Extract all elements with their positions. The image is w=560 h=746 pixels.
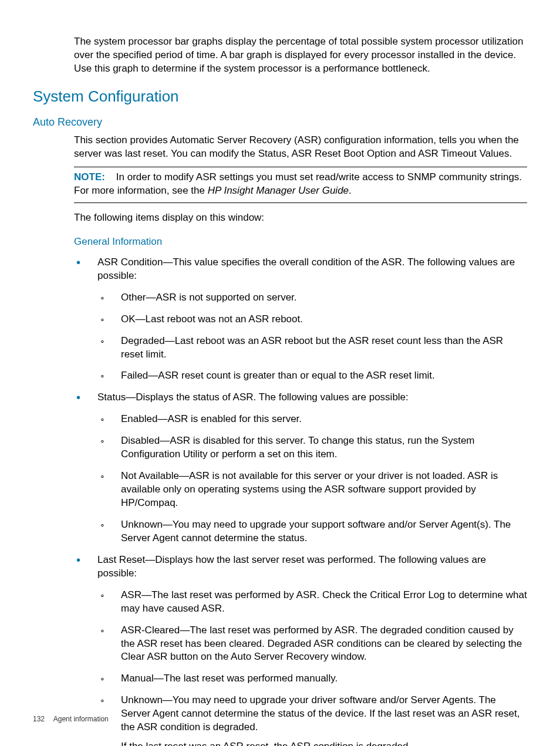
followup-text: The following items display on this wind…	[74, 211, 527, 225]
sub-list-item: ASR—The last reset was performed by ASR.…	[97, 589, 527, 616]
note-text-suffix: .	[349, 185, 352, 196]
sub-list-item: Disabled—ASR is disabled for this server…	[97, 434, 527, 461]
sub-list-item: Not Available—ASR is not available for t…	[97, 470, 527, 510]
sub-list: Other—ASR is not supported on server. OK…	[97, 291, 527, 383]
sub-list-item: Failed—ASR reset count is greater than o…	[97, 369, 527, 383]
list-item-text: Last Reset—Displays how the last server …	[97, 554, 486, 579]
sub-list-item: OK—Last reboot was not an ASR reboot.	[97, 313, 527, 326]
heading-system-configuration: System Configuration	[33, 86, 527, 107]
sub-list-item: Unknown—You may need to upgrade your dri…	[97, 694, 527, 746]
sub-list-item: Unknown—You may need to upgrade your sup…	[97, 518, 527, 545]
auto-recovery-description: This section provides Automatic Server R…	[74, 134, 527, 161]
note-callout: NOTE: In order to modify ASR settings yo…	[74, 167, 527, 203]
sub-list-item: Degraded—Last reboot was an ASR reboot b…	[97, 335, 527, 362]
sub-list-item: Manual—The last reset was performed manu…	[97, 672, 527, 686]
sub-list: ASR—The last reset was performed by ASR.…	[97, 589, 527, 746]
sub-list-item-text: Unknown—You may need to upgrade your dri…	[121, 694, 519, 733]
list-item-text: ASR Condition—This value specifies the o…	[97, 256, 515, 281]
page-footer: 132 Agent information	[33, 714, 109, 724]
sub-list-item: ASR-Cleared—The last reset was performed…	[97, 624, 527, 664]
sub-list-item: Other—ASR is not supported on server.	[97, 291, 527, 305]
sub-list-item: Enabled—ASR is enabled for this server.	[97, 413, 527, 426]
note-label: NOTE:	[74, 171, 105, 183]
trailing-paragraph: If the last reset was an ASR reset, the …	[121, 740, 527, 746]
note-reference-title: HP Insight Manager User Guide	[208, 185, 349, 196]
list-item-text: Status—Displays the status of ASR. The f…	[97, 391, 409, 403]
intro-paragraph: The system processor bar graphs display …	[74, 35, 527, 76]
page-number: 132	[33, 715, 45, 723]
sub-list: Enabled—ASR is enabled for this server. …	[97, 413, 527, 545]
list-item: Status—Displays the status of ASR. The f…	[74, 391, 527, 545]
list-item: ASR Condition—This value specifies the o…	[74, 256, 527, 383]
list-item: Last Reset—Displays how the last server …	[74, 553, 527, 746]
heading-auto-recovery: Auto Recovery	[33, 115, 527, 129]
general-info-list: ASR Condition—This value specifies the o…	[74, 256, 527, 746]
footer-title: Agent information	[53, 715, 109, 723]
heading-general-information: General Information	[74, 235, 527, 249]
